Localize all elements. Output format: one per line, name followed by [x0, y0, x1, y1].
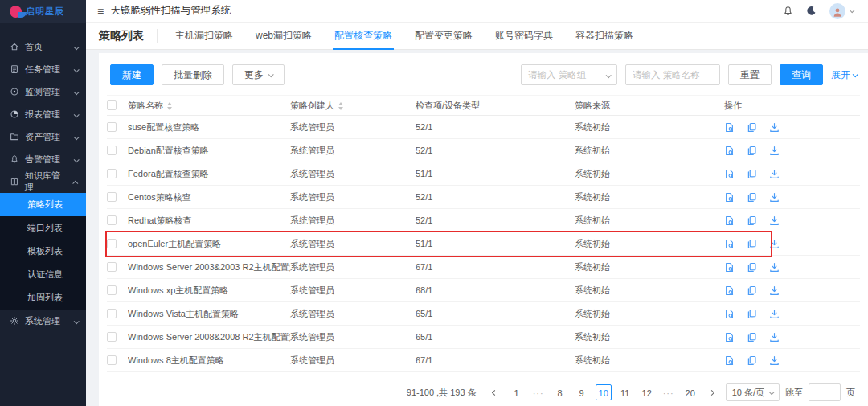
- download-icon[interactable]: [769, 309, 780, 319]
- row-checkbox[interactable]: [107, 146, 117, 155]
- tab-container-scan[interactable]: 容器扫描策略: [564, 23, 645, 50]
- sidebar-item-knowledge-base[interactable]: 知识库管理: [0, 170, 86, 193]
- prev-page-button[interactable]: [487, 384, 503, 400]
- row-checkbox[interactable]: [107, 169, 117, 178]
- download-icon[interactable]: [769, 146, 780, 156]
- page-number[interactable]: 12: [639, 384, 655, 400]
- download-icon[interactable]: [769, 262, 780, 273]
- row-checkbox[interactable]: [107, 239, 117, 248]
- view-detail-icon[interactable]: [724, 192, 735, 203]
- copy-icon[interactable]: [747, 169, 757, 179]
- more-button[interactable]: 更多: [232, 64, 285, 85]
- view-detail-icon[interactable]: [724, 262, 735, 273]
- copy-icon[interactable]: [747, 262, 757, 273]
- sort-icon[interactable]: [167, 102, 172, 110]
- hamburger-menu-icon[interactable]: ≡: [97, 5, 104, 18]
- pagination-ellipsis[interactable]: ···: [530, 384, 547, 400]
- row-checkbox[interactable]: [107, 192, 117, 202]
- policy-name-input[interactable]: [625, 64, 720, 85]
- page-number[interactable]: 8: [552, 384, 568, 400]
- page-size-select[interactable]: 10 条/页: [726, 383, 780, 401]
- user-menu[interactable]: [829, 3, 854, 19]
- download-icon[interactable]: [769, 285, 780, 296]
- table-row[interactable]: Windows Vista主机配置策略 系统管理员 65/1 系统初始: [107, 302, 860, 326]
- next-page-button[interactable]: [704, 384, 720, 400]
- view-detail-icon[interactable]: [724, 332, 735, 342]
- sidebar-subitem-policy-list[interactable]: 策略列表: [0, 193, 86, 216]
- table-row-highlighted[interactable]: openEuler主机配置策略 系统管理员 51/1 系统初始: [107, 232, 860, 256]
- copy-icon[interactable]: [747, 122, 757, 133]
- table-row[interactable]: Centos策略核查 系统管理员 52/1 系统初始: [107, 186, 860, 209]
- view-detail-icon[interactable]: [724, 355, 735, 366]
- download-icon[interactable]: [769, 215, 780, 226]
- table-row[interactable]: Redhat策略核查 系统管理员 52/1 系统初始: [107, 209, 860, 232]
- notification-bell-icon[interactable]: [783, 6, 793, 16]
- sidebar-item-tasks[interactable]: 任务管理: [0, 58, 86, 80]
- download-icon[interactable]: [769, 332, 780, 342]
- table-row[interactable]: Windows Server 2008&2008 R2主机配置策略 系统管理员 …: [107, 326, 860, 349]
- copy-icon[interactable]: [747, 215, 757, 226]
- sidebar-item-alerts[interactable]: 告警管理: [0, 148, 86, 170]
- row-checkbox[interactable]: [107, 309, 117, 318]
- batch-delete-button[interactable]: 批量删除: [162, 64, 224, 85]
- table-row[interactable]: Windows Server 2003&2003 R2主机配置策略 系统管理员 …: [107, 256, 860, 279]
- view-detail-icon[interactable]: [724, 285, 735, 296]
- query-button[interactable]: 查询: [780, 64, 823, 85]
- view-detail-icon[interactable]: [724, 169, 735, 179]
- copy-icon[interactable]: [747, 192, 757, 203]
- tab-host-vuln-scan[interactable]: 主机漏扫策略: [164, 23, 244, 50]
- row-checkbox[interactable]: [107, 215, 117, 225]
- pagination-ellipsis[interactable]: ···: [661, 384, 677, 400]
- sidebar-subitem-hardening-list[interactable]: 加固列表: [0, 286, 86, 310]
- page-number[interactable]: 9: [574, 384, 590, 400]
- reset-button[interactable]: 重置: [728, 64, 772, 85]
- sidebar-item-assets[interactable]: 资产管理: [0, 125, 86, 148]
- jump-to-page-input[interactable]: [809, 383, 841, 401]
- page-number[interactable]: 20: [682, 384, 698, 400]
- view-detail-icon[interactable]: [724, 309, 735, 319]
- tab-config-check[interactable]: 配置核查策略: [323, 23, 403, 50]
- table-row[interactable]: Windows xp主机配置策略 系统管理员 68/1 系统初始: [107, 279, 860, 302]
- tab-web-vuln-scan[interactable]: web漏扫策略: [244, 23, 323, 50]
- table-row[interactable]: Fedora配置核查策略 系统管理员 51/1 系统初始: [107, 162, 860, 186]
- download-icon[interactable]: [769, 239, 780, 249]
- policy-group-select[interactable]: 请输入 策略组: [521, 64, 617, 85]
- row-checkbox[interactable]: [107, 285, 117, 295]
- copy-icon[interactable]: [747, 285, 757, 296]
- page-number[interactable]: 1: [509, 384, 525, 400]
- sidebar-subitem-auth-info[interactable]: 认证信息: [0, 263, 86, 286]
- page-number-active[interactable]: 10: [596, 384, 612, 400]
- view-detail-icon[interactable]: [724, 146, 735, 156]
- new-button[interactable]: 新建: [110, 64, 154, 85]
- row-checkbox[interactable]: [107, 262, 117, 272]
- sidebar-item-home[interactable]: 首页: [0, 35, 86, 58]
- view-detail-icon[interactable]: [724, 122, 735, 133]
- page-number[interactable]: 11: [617, 384, 633, 400]
- sidebar-item-reports[interactable]: 报表管理: [0, 103, 86, 125]
- select-all-checkbox[interactable]: [107, 100, 117, 110]
- sidebar-item-system[interactable]: 系统管理: [0, 310, 86, 332]
- copy-icon[interactable]: [747, 309, 757, 319]
- table-row[interactable]: Windows 8主机配置策略 系统管理员 67/1 系统初始: [107, 349, 860, 372]
- row-checkbox[interactable]: [107, 332, 117, 342]
- sidebar-subitem-template-list[interactable]: 模板列表: [0, 240, 86, 263]
- copy-icon[interactable]: [747, 146, 757, 156]
- sidebar-item-monitoring[interactable]: 监测管理: [0, 80, 86, 103]
- row-checkbox[interactable]: [107, 122, 117, 132]
- tab-account-dictionary[interactable]: 账号密码字典: [484, 23, 564, 50]
- copy-icon[interactable]: [747, 239, 757, 249]
- download-icon[interactable]: [769, 355, 780, 366]
- copy-icon[interactable]: [747, 355, 757, 366]
- download-icon[interactable]: [769, 169, 780, 179]
- view-detail-icon[interactable]: [724, 239, 735, 249]
- tab-config-change[interactable]: 配置变更策略: [403, 23, 484, 50]
- download-icon[interactable]: [769, 122, 780, 133]
- expand-link[interactable]: 展开: [831, 68, 857, 82]
- table-row[interactable]: suse配置核查策略 系统管理员 52/1 系统初始: [107, 116, 860, 139]
- dark-mode-moon-icon[interactable]: [806, 6, 817, 16]
- sort-icon[interactable]: [338, 102, 343, 110]
- row-checkbox[interactable]: [107, 355, 117, 365]
- copy-icon[interactable]: [747, 332, 757, 342]
- download-icon[interactable]: [769, 192, 780, 203]
- view-detail-icon[interactable]: [724, 215, 735, 226]
